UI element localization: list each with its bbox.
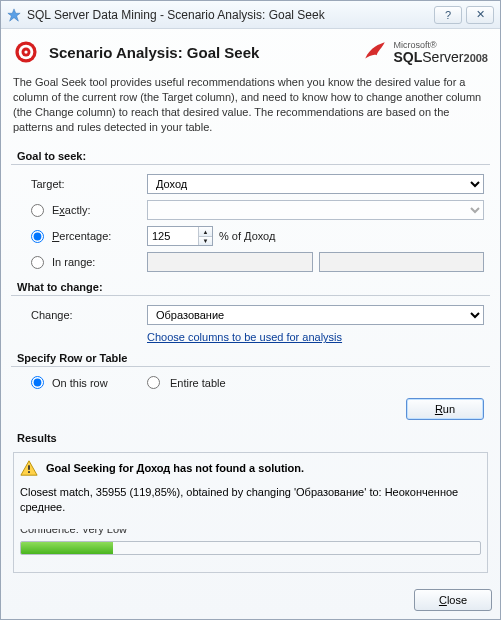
percentage-label: Percentage:	[52, 230, 111, 242]
dialog-header: Scenario Analysis: Goal Seek Microsoft® …	[11, 35, 490, 73]
spinner-up-icon[interactable]: ▲	[199, 227, 212, 237]
sqlserver-logo: Microsoft® SQLServer2008	[362, 39, 489, 65]
exactly-radio[interactable]	[31, 204, 44, 217]
confidence-label: Confidence: Very Low	[20, 523, 481, 535]
svg-marker-0	[8, 8, 20, 20]
inrange-radio[interactable]	[31, 256, 44, 269]
svg-rect-6	[28, 466, 30, 471]
sqlserver-logo-icon	[362, 39, 388, 65]
warning-icon	[20, 459, 38, 477]
svg-rect-7	[28, 472, 30, 474]
percentage-input[interactable]	[148, 227, 198, 245]
window-title: SQL Server Data Mining - Scenario Analys…	[27, 8, 325, 22]
section-results: Results	[11, 426, 490, 444]
titlebar: SQL Server Data Mining - Scenario Analys…	[1, 1, 500, 29]
choose-columns-link[interactable]: Choose columns to be used for analysis	[147, 331, 342, 343]
dialog-window: SQL Server Data Mining - Scenario Analys…	[0, 0, 501, 620]
results-body: Closest match, 35955 (119,85%), obtained…	[20, 485, 481, 515]
target-select[interactable]: Доход	[147, 174, 484, 194]
confidence-progress	[20, 541, 481, 555]
goal-seek-icon	[13, 39, 39, 65]
percentage-suffix: % of Доход	[219, 230, 275, 242]
inrange-label: In range:	[52, 256, 95, 268]
svg-point-4	[24, 50, 27, 53]
results-panel: Goal Seeking for Доход has not found a s…	[13, 452, 488, 573]
change-label: Change:	[31, 309, 73, 321]
entiretable-label: Entire table	[170, 377, 226, 389]
description-text: The Goal Seek tool provides useful recom…	[11, 73, 490, 144]
percentage-radio[interactable]	[31, 230, 44, 243]
exactly-label: Exactly:	[52, 204, 91, 216]
section-scope: Specify Row or Table	[11, 346, 490, 367]
section-change: What to change:	[11, 275, 490, 296]
confidence-progress-fill	[21, 542, 113, 554]
help-button[interactable]: ?	[434, 6, 462, 24]
change-select[interactable]: Образование	[147, 305, 484, 325]
app-icon	[7, 8, 21, 22]
spinner-down-icon[interactable]: ▼	[199, 237, 212, 246]
exactly-select	[147, 200, 484, 220]
target-label: Target:	[31, 178, 65, 190]
entiretable-radio[interactable]	[147, 376, 160, 389]
thisrow-radio[interactable]	[31, 376, 44, 389]
run-button[interactable]: Run	[406, 398, 484, 420]
close-window-button[interactable]: ✕	[466, 6, 494, 24]
section-goal: Goal to seek:	[11, 144, 490, 165]
results-title: Goal Seeking for Доход has not found a s…	[46, 462, 304, 474]
inrange-to-input	[319, 252, 485, 272]
inrange-from-input	[147, 252, 313, 272]
thisrow-label: On this row	[52, 377, 108, 389]
dialog-title: Scenario Analysis: Goal Seek	[49, 44, 362, 61]
close-button[interactable]: Close	[414, 589, 492, 611]
percentage-spinner[interactable]: ▲ ▼	[147, 226, 213, 246]
